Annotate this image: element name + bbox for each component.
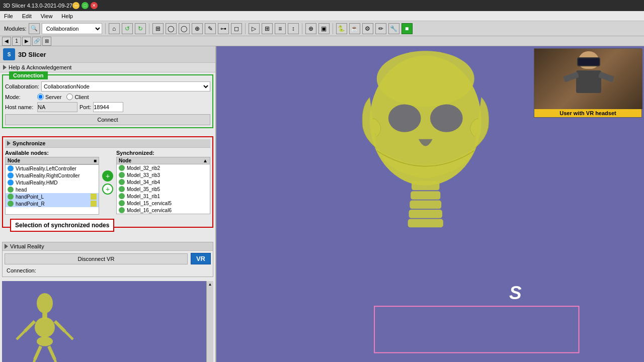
link-view-button[interactable]: 🔗 <box>32 37 41 46</box>
svg-rect-20 <box>408 219 443 228</box>
scroll-up-icon[interactable]: ▲ <box>208 282 212 287</box>
hostname-row: Host name: Port: <box>5 102 210 112</box>
search-icon[interactable]: 🔍 <box>29 23 40 34</box>
vr-tag: VR <box>191 253 211 264</box>
vr-user-video <box>534 49 642 109</box>
prev-view-button[interactable]: ◀ <box>2 37 11 46</box>
separator-4 <box>302 23 302 34</box>
zoom-button[interactable]: ↕ <box>288 23 299 34</box>
crosshair-button[interactable]: ⊕ <box>305 23 316 34</box>
node-name: VirtualReality.HMD <box>16 180 58 186</box>
model-icon <box>119 165 125 171</box>
vr-icon <box>8 165 14 171</box>
node-name: Model_31_rib1 <box>127 194 160 199</box>
modules-label: Modules: <box>4 26 27 32</box>
list-item[interactable]: Model_32_rib2 <box>117 164 210 171</box>
volume-button[interactable]: ◯ <box>166 23 177 34</box>
mode-label: Mode: <box>5 94 35 100</box>
available-node-list-inner: VirtualReality.LeftController VirtualRea… <box>6 165 99 207</box>
layout-button[interactable]: ⊞ <box>152 23 164 34</box>
python-button[interactable]: 🐍 <box>336 23 347 34</box>
view-number: 1 <box>12 37 21 46</box>
node-name: head <box>16 187 27 193</box>
minimize-button[interactable]: ─ <box>72 2 79 9</box>
model-icon <box>8 201 14 207</box>
layout-grid-button[interactable]: ⊞ <box>42 37 51 46</box>
home-button[interactable]: ⌂ <box>109 23 120 34</box>
list-item[interactable]: VirtualReality.RightController <box>6 172 99 179</box>
vr-disconnect-row: Disconnect VR VR <box>5 253 211 264</box>
list-item[interactable]: Model_31_rib1 <box>117 193 210 200</box>
model-icon <box>8 194 14 200</box>
vr-scrollbar[interactable]: ▲ ▼ <box>206 281 213 362</box>
list-item[interactable]: handPoint_L <box>6 193 99 200</box>
select-button[interactable]: ▷ <box>249 23 260 34</box>
list-item[interactable]: VirtualReality.HMD <box>6 179 99 186</box>
fiducial-button[interactable]: ⊕ <box>192 23 203 34</box>
port-input[interactable] <box>93 102 123 112</box>
model-icon <box>119 179 125 185</box>
menu-edit[interactable]: Edit <box>20 13 34 19</box>
sync-scroll-up[interactable]: ▲ <box>203 158 208 163</box>
slice-button[interactable]: ≡ <box>275 23 286 34</box>
collaboration-node-select[interactable]: CollaborationNode <box>41 81 210 92</box>
black-square-icon: ■ <box>94 158 97 163</box>
selection-label-container: Selection of synchronized nodes <box>5 215 210 225</box>
menu-file[interactable]: File <box>2 13 15 19</box>
model-icon <box>119 193 125 199</box>
settings-button[interactable]: ⚙ <box>362 23 373 34</box>
annotation-button[interactable]: ✎ <box>205 23 216 34</box>
back-button[interactable]: ↺ <box>122 23 133 34</box>
ruler-button[interactable]: ⊶ <box>218 23 229 34</box>
maximize-button[interactable]: □ <box>82 2 89 9</box>
menu-help[interactable]: Help <box>59 13 75 19</box>
person-container <box>564 51 614 107</box>
remove-sync-button[interactable]: + <box>102 184 113 195</box>
view-toolbar: ◀ 1 ▶ 🔗 ⊞ <box>0 36 644 46</box>
sync-expand-icon <box>7 141 11 146</box>
sync-controls: + + <box>101 150 114 215</box>
transform-button[interactable]: ⊞ <box>262 23 273 34</box>
list-item[interactable]: Model_33_rib3 <box>117 171 210 178</box>
forward-button[interactable]: ↻ <box>135 23 146 34</box>
available-nodes-header: Available nodes: <box>5 150 99 156</box>
svg-point-13 <box>388 104 421 132</box>
available-node-list[interactable]: VirtualReality.LeftController VirtualRea… <box>5 164 99 215</box>
view3d-button[interactable]: ▣ <box>318 23 330 34</box>
list-item[interactable]: VirtualReality.LeftController <box>6 165 99 172</box>
collaboration-select[interactable]: Collaboration <box>42 23 102 34</box>
color-button[interactable]: ■ <box>401 23 413 34</box>
roi-button[interactable]: ◻ <box>231 23 242 34</box>
svg-point-3 <box>37 336 53 346</box>
synchronized-node-list[interactable]: Model_32_rib2 Model_33_rib3 Model_34_rib… <box>116 164 210 214</box>
client-radio[interactable]: Client <box>66 94 89 100</box>
list-item[interactable]: Model_34_rib4 <box>117 178 210 186</box>
svg-line-9 <box>32 359 35 362</box>
vr-section: Virtual Reality Disconnect VR VR Connect… <box>2 242 213 277</box>
model-button[interactable]: ◯ <box>179 23 190 34</box>
list-item[interactable]: head <box>6 186 99 193</box>
vr-headset <box>577 57 600 66</box>
node-name: Model_34_rib4 <box>127 179 160 185</box>
list-item[interactable]: Model_15_cervical5 <box>117 200 210 207</box>
add-sync-button[interactable]: + <box>102 170 113 182</box>
synchronized-nodes-header: Synchronized: <box>116 150 210 156</box>
svg-rect-19 <box>409 210 442 218</box>
ext1-button[interactable]: ☕ <box>349 23 360 34</box>
disconnect-vr-button[interactable]: Disconnect VR <box>5 253 188 264</box>
close-button[interactable]: ✕ <box>91 2 98 9</box>
node-name: handPoint_R <box>16 201 45 207</box>
tool-button[interactable]: 🔧 <box>388 23 399 34</box>
connect-button[interactable]: Connect <box>5 114 210 125</box>
hostname-input[interactable] <box>37 102 77 112</box>
sync-header: Synchronize <box>5 139 210 148</box>
list-item[interactable]: Model_16_cervical6 <box>117 207 210 214</box>
slicer-logo: S <box>3 48 15 60</box>
next-view-button[interactable]: ▶ <box>22 37 31 46</box>
svg-point-15 <box>377 51 474 107</box>
list-item[interactable]: Model_35_rib5 <box>117 186 210 193</box>
server-radio[interactable]: Server <box>37 94 61 100</box>
menu-view[interactable]: View <box>39 13 55 19</box>
pen-button[interactable]: ✏ <box>375 23 386 34</box>
list-item[interactable]: handPoint_R <box>6 200 99 207</box>
